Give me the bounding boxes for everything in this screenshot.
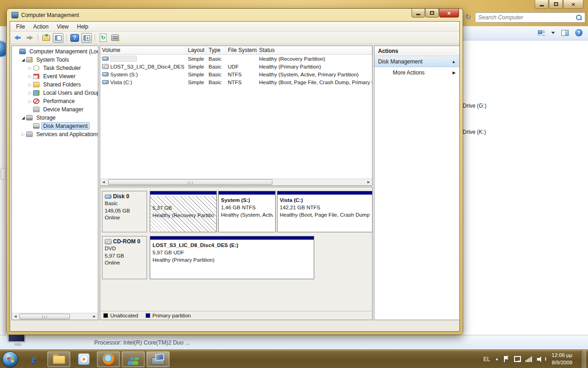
drive-label[interactable]: Drive (K:) — [463, 129, 486, 135]
tree-item-services-and-applications[interactable]: ▷Services and Applications — [12, 130, 98, 138]
tree-item-task-scheduler[interactable]: ▷Task Scheduler — [12, 64, 98, 72]
title-bar[interactable]: Computer Management — [7, 9, 463, 21]
back-icon[interactable] — [12, 33, 23, 43]
column-header-volume[interactable]: Volume — [100, 46, 186, 54]
more-actions-item[interactable]: More Actions ▶ — [374, 67, 459, 78]
scrollbar-thumb[interactable] — [19, 314, 70, 319]
show-desktop-button[interactable] — [581, 350, 586, 368]
action-center-flag-icon[interactable] — [504, 356, 509, 362]
tree-item-device-manager[interactable]: Device Manager — [12, 105, 98, 114]
preview-pane-icon[interactable] — [561, 30, 569, 36]
action-pane-toggle-icon[interactable] — [81, 33, 92, 43]
volume-list-pane: VolumeLayoutTypeFile SystemStatus Simple… — [100, 46, 373, 186]
volume-row[interactable]: Vista (C:)SimpleBasicNTFSHealthy (Boot, … — [100, 78, 372, 86]
column-header-file-system[interactable]: File System — [226, 46, 257, 54]
tree-expander-icon[interactable]: ▷ — [27, 82, 33, 87]
search-icon[interactable] — [576, 14, 582, 21]
minimize-button[interactable] — [412, 9, 425, 17]
signal-bars-icon[interactable] — [526, 356, 532, 362]
toolbar: ?↻ — [10, 32, 459, 44]
console-tree-toggle-icon[interactable] — [53, 33, 63, 43]
disk-descriptor[interactable]: Disk 0Basic149,05 GBOnline — [102, 191, 147, 232]
close-button[interactable]: × — [439, 9, 459, 17]
firefox-taskbar-button[interactable] — [97, 351, 120, 367]
drive-label[interactable]: Drive (G:) — [463, 103, 486, 109]
partition-status: Healthy (Recovery Partition) — [153, 212, 214, 219]
refresh-icon[interactable]: ↻ — [464, 13, 472, 21]
disk-management-icon — [33, 123, 40, 129]
forward-icon[interactable] — [24, 33, 35, 43]
tree-item-shared-folders[interactable]: ▷Shared Folders — [12, 80, 98, 89]
export-list-icon[interactable] — [41, 33, 51, 43]
tree-item-storage[interactable]: ◢Storage — [12, 114, 98, 122]
column-header-type[interactable]: Type — [207, 46, 226, 54]
tree-expander-icon[interactable]: ▷ — [27, 99, 33, 104]
scroll-right-icon[interactable]: ▶ — [91, 313, 98, 320]
volume-cell-status: Healthy (Boot, Page File, Crash Dump, Pr… — [257, 80, 372, 85]
messenger-taskbar-button[interactable] — [122, 351, 145, 367]
actions-group-disk-management[interactable]: Disk Management ▲ — [374, 56, 459, 67]
help-icon[interactable]: ? — [575, 29, 582, 36]
disk-attributes-icon[interactable] — [110, 33, 120, 43]
restore-button[interactable] — [549, 0, 563, 9]
menu-bar: FileActionViewHelp — [10, 22, 459, 32]
menu-help[interactable]: Help — [73, 22, 93, 31]
tree-item-system-tools[interactable]: ◢System Tools — [12, 56, 98, 64]
volume-cell-volume: System (S:) — [100, 72, 186, 77]
search-box[interactable]: Search Computer — [475, 12, 585, 23]
taskbar-clock[interactable]: 12:06 μμ 8/9/2009 — [552, 352, 572, 366]
volume-row[interactable]: System (S:)SimpleBasicNTFSHealthy (Syste… — [100, 70, 372, 78]
close-button[interactable]: × — [563, 0, 583, 9]
menu-action[interactable]: Action — [29, 22, 52, 31]
volume-cell-layout: Simple — [186, 72, 207, 77]
minimize-button[interactable] — [535, 0, 548, 9]
maximize-button[interactable] — [425, 9, 439, 17]
network-icon[interactable] — [514, 356, 520, 362]
column-header-status[interactable]: Status — [257, 46, 372, 54]
scrollbar-thumb[interactable] — [108, 179, 272, 185]
pane-collapse-handle[interactable] — [0, 168, 6, 180]
menu-view[interactable]: View — [53, 22, 73, 31]
tree-expander-icon[interactable]: ▷ — [27, 91, 33, 95]
partition-type-bar — [150, 191, 216, 196]
tray-expand-icon[interactable]: ▲ — [495, 357, 499, 361]
change-view-icon[interactable] — [538, 30, 545, 36]
partition-box[interactable]: LOST_S3_LIC_D8_Disc4_DES (E:)5,97 GB UDF… — [150, 236, 314, 279]
volume-row[interactable]: LOST_S3_LIC_D8_Disc4_DES (E:)SimpleBasic… — [100, 63, 372, 70]
tree-item-performance[interactable]: ▷Performance — [12, 97, 98, 105]
tree-expander-icon[interactable]: ◢ — [20, 58, 26, 62]
refresh-icon[interactable]: ↻ — [98, 33, 108, 43]
menu-file[interactable]: File — [12, 22, 29, 31]
tree-expander-icon[interactable]: ▷ — [20, 132, 26, 137]
scroll-right-icon[interactable]: ▶ — [365, 179, 372, 185]
details-pane: Processor: Intel(R) Core(TM)2 Duo ... — [0, 335, 588, 350]
start-button[interactable] — [2, 351, 18, 367]
tree-expander-icon[interactable]: ◢ — [20, 115, 26, 120]
volume-icon[interactable] — [537, 356, 545, 362]
tree-item-event-viewer[interactable]: ▷Event Viewer — [12, 72, 98, 80]
windows-explorer-taskbar-button[interactable] — [47, 351, 70, 367]
language-indicator[interactable]: EL — [483, 356, 490, 362]
tree-item-disk-management[interactable]: Disk Management — [12, 122, 98, 130]
scroll-left-icon[interactable]: ◀ — [12, 313, 19, 320]
tree-horizontal-scrollbar[interactable]: ◀ ▶ — [12, 313, 98, 320]
tree-item-local-users-and-groups[interactable]: ▷Local Users and Groups — [12, 89, 98, 97]
partition-box[interactable]: 5,37 GBHealthy (Recovery Partition) — [150, 191, 217, 232]
internet-explorer-taskbar-button[interactable]: e — [23, 351, 45, 367]
column-header-layout[interactable]: Layout — [186, 46, 207, 54]
computer-management-taskbar-button[interactable] — [147, 351, 170, 367]
volume-row[interactable]: SimpleBasicHealthy (Recovery Partition) — [100, 55, 372, 63]
partition-box[interactable]: Vista (C:)142,21 GB NTFSHealthy (Boot, P… — [277, 191, 373, 232]
media-player-taskbar-button[interactable] — [72, 351, 95, 367]
scroll-left-icon[interactable]: ◀ — [100, 179, 107, 185]
chevron-down-icon[interactable] — [551, 32, 555, 34]
volume-horizontal-scrollbar[interactable]: ◀ ▶ — [100, 178, 372, 185]
disk-descriptor[interactable]: CD-ROM 0DVD5,97 GBOnline — [102, 236, 147, 279]
collapse-icon[interactable]: ▲ — [452, 59, 456, 64]
tree-expander-icon[interactable]: ▷ — [27, 74, 33, 79]
partition-box[interactable]: System (S:)1,46 GB NTFSHealthy (System, … — [218, 191, 276, 232]
tree-expander-icon[interactable]: ▷ — [27, 66, 33, 70]
tree-item-computer-management-local-[interactable]: Computer Management (Local) — [12, 47, 98, 56]
help-icon[interactable]: ? — [69, 33, 80, 43]
volume-cell-volume — [100, 56, 186, 62]
